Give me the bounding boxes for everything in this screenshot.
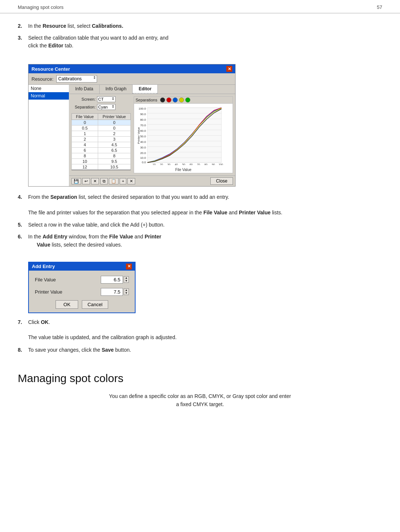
rc-delete-btn[interactable]: ✕ (91, 178, 99, 184)
ae-ok-button[interactable]: OK (56, 300, 78, 309)
rc-copy-btn[interactable]: ⧉ (100, 178, 108, 184)
ae-buttons: OK Cancel (35, 300, 129, 309)
svg-text:60: 60 (190, 163, 193, 165)
ae-file-value-input[interactable] (101, 276, 123, 284)
rc-add-btn[interactable]: + (120, 178, 126, 184)
svg-text:100.0: 100.0 (139, 107, 146, 110)
steps-list: 2. In the Resource list, select Calibrat… (18, 22, 382, 50)
ae-file-value-label: File Value (35, 277, 56, 282)
svg-text:Printer Value: Printer Value (137, 127, 140, 144)
rc-tab-editor[interactable]: Editor (133, 85, 158, 94)
rc-separation-select[interactable]: Cyan (97, 104, 116, 110)
ae-file-value-row: File Value ▲ ▼ (35, 276, 129, 284)
svg-text:0.0: 0.0 (142, 161, 146, 164)
rc-table-cell: 4 (72, 142, 98, 148)
rc-dot-red[interactable] (166, 97, 171, 103)
ae-printer-value-down[interactable]: ▼ (124, 292, 129, 295)
svg-text:100: 100 (219, 163, 223, 165)
rc-table-header-file: File Value (72, 114, 98, 120)
rc-remove-btn[interactable]: ✕ (127, 178, 135, 184)
rc-table-cell: 2 (72, 137, 98, 142)
svg-text:60.0: 60.0 (140, 129, 146, 133)
svg-text:10: 10 (153, 163, 156, 165)
rc-tab-info-data[interactable]: Info Data (69, 85, 100, 94)
rc-separation-select-wrap[interactable]: Cyan (97, 104, 116, 110)
rc-left-item-normal[interactable]: Normal (29, 92, 69, 100)
rc-separation-label: Separation: (71, 105, 96, 109)
step-6-num: 6. (18, 233, 28, 249)
step-4: 4. From the Separation list, select the … (18, 193, 382, 201)
page-number: 57 (377, 4, 382, 10)
step-5-num: 5. (18, 221, 28, 229)
para-1: The file and printer values for the sepa… (28, 209, 382, 217)
svg-text:20.0: 20.0 (140, 151, 146, 155)
svg-text:30.0: 30.0 (140, 146, 146, 149)
add-entry-screenshot: Add Entry ✕ File Value ▲ ▼ Printer Value (28, 262, 136, 313)
rc-screen-select-wrap[interactable]: CT (97, 96, 116, 102)
svg-text:70.0: 70.0 (140, 124, 146, 127)
rc-table-cell: 9.5 (98, 159, 130, 164)
ae-printer-value-label: Printer Value (35, 289, 62, 295)
ae-cancel-button[interactable]: Cancel (82, 300, 108, 309)
rc-table-cell: 0.5 (72, 126, 98, 131)
ae-printer-value-input[interactable] (101, 288, 123, 296)
rc-table-cell: 0 (98, 120, 130, 126)
rc-close-x-button[interactable]: ✕ (226, 66, 232, 72)
rc-table-cell: 2 (98, 131, 130, 137)
step-2: 2. In the Resource list, select Calibrat… (18, 22, 382, 30)
section-heading: Managing spot colors (18, 372, 382, 385)
rc-dot-black[interactable] (160, 97, 165, 103)
step-2-text: In the Resource list, select Calibration… (28, 22, 123, 30)
ae-titlebar: Add Entry ✕ (29, 262, 135, 271)
rc-title: Resource Center (31, 66, 70, 72)
rc-btn-2[interactable]: ↩ (82, 178, 90, 184)
para-2: The value table is updated, and the cali… (28, 334, 382, 342)
rc-right-toolbar-group: ⧉ 📋 + ✕ (100, 178, 135, 184)
svg-text:50.0: 50.0 (140, 135, 146, 138)
step-6: 6. In the Add Entry window, from the Fil… (18, 233, 382, 249)
step-4-text: From the Separation list, select the des… (28, 193, 229, 201)
rc-table-cell: 0 (72, 120, 98, 126)
svg-text:40: 40 (175, 163, 178, 165)
rc-save-btn[interactable]: 💾 (71, 178, 81, 184)
svg-text:20: 20 (160, 163, 163, 165)
ae-close-button[interactable]: ✕ (126, 264, 132, 270)
step-7: 7. Click OK. (18, 318, 382, 327)
ae-title: Add Entry (32, 264, 55, 269)
rc-left-item-none[interactable]: None (29, 85, 69, 92)
ae-printer-value-spinner[interactable]: ▲ ▼ (124, 288, 129, 295)
rc-table-cell: 4.5 (98, 142, 130, 148)
rc-table-cell: 0 (98, 126, 130, 131)
svg-text:90.0: 90.0 (140, 113, 146, 116)
page-header: Managing spot colors 57 (0, 0, 400, 13)
rc-dot-blue[interactable] (173, 97, 178, 103)
main-content: 2. In the Resource list, select Calibrat… (0, 22, 400, 423)
rc-table-cell: 10.5 (98, 164, 130, 170)
steps-7-8-list: 7. Click OK. (18, 318, 382, 327)
rc-dot-yellow[interactable] (179, 97, 184, 103)
step-8-text: To save your changes, click the Save but… (28, 346, 131, 354)
step-8-list: 8. To save your changes, click the Save … (18, 346, 382, 354)
rc-calibration-table: File Value Printer Value 000.50122344.56… (71, 113, 131, 170)
step-7-num: 7. (18, 318, 28, 327)
ae-file-value-down[interactable]: ▼ (124, 280, 129, 282)
rc-dot-green[interactable] (185, 97, 190, 103)
ae-printer-value-wrap: ▲ ▼ (101, 288, 129, 296)
rc-resource-select-wrap[interactable]: Calibrations (56, 75, 97, 83)
rc-editor-left: Screen: CT Separation: Cyan (71, 96, 131, 173)
rc-screen-select[interactable]: CT (97, 96, 116, 102)
ae-file-value-spinner[interactable]: ▲ ▼ (124, 276, 129, 283)
rc-table-cell: 1 (72, 131, 98, 137)
rc-paste-btn[interactable]: 📋 (109, 178, 119, 184)
rc-resource-row: Resource: Calibrations (29, 73, 235, 85)
rc-graph-sep-label: Separations (136, 98, 157, 102)
rc-close-button[interactable]: Close (210, 177, 233, 185)
rc-titlebar: Resource Center ✕ (29, 64, 235, 73)
rc-bottom-toolbar: 💾 ↩ ✕ ⧉ 📋 + ✕ Close (69, 175, 235, 186)
svg-text:50: 50 (182, 163, 185, 165)
step-4-num: 4. (18, 193, 28, 201)
ae-body: File Value ▲ ▼ Printer Value ▲ ▼ (29, 271, 135, 312)
rc-tab-info-graph[interactable]: Info Graph (100, 85, 133, 94)
rc-resource-select[interactable]: Calibrations (56, 75, 97, 83)
steps-5-6-list: 5. Select a row in the value table, and … (18, 221, 382, 249)
